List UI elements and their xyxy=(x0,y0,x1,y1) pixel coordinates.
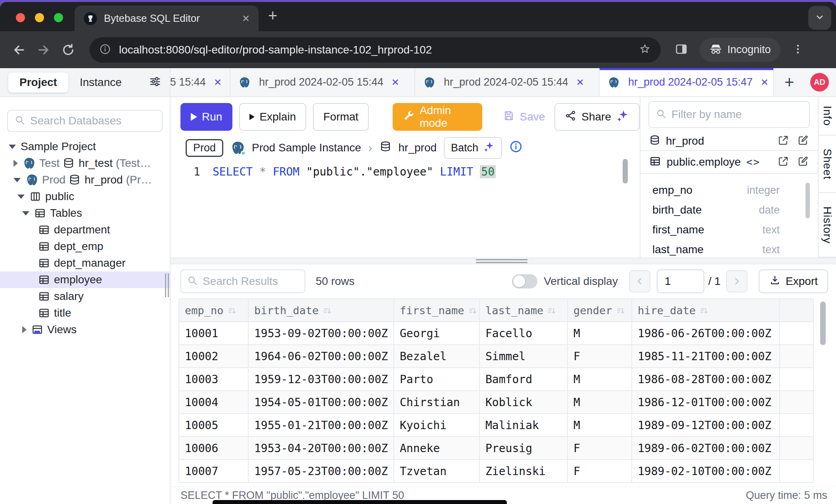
search-databases-input[interactable]: Search Databases xyxy=(7,110,163,132)
table-cell[interactable]: 10002 xyxy=(179,345,248,368)
batch-button[interactable]: Batch xyxy=(444,137,502,159)
table-cell[interactable]: 10004 xyxy=(179,391,248,414)
table-cell[interactable]: Bamford xyxy=(479,368,568,391)
table-cell[interactable]: 10006 xyxy=(179,437,248,460)
table-cell[interactable]: M xyxy=(568,322,632,345)
side-tab-info[interactable]: Info xyxy=(819,97,836,136)
close-tab-icon[interactable]: ✕ xyxy=(214,77,222,88)
table-cell[interactable]: M xyxy=(568,391,632,414)
results-scrollbar[interactable] xyxy=(820,302,826,345)
expander-down-icon[interactable] xyxy=(17,195,25,199)
site-info-icon[interactable] xyxy=(99,43,111,57)
table-cell[interactable]: 10005 xyxy=(179,414,248,437)
editor-scrollbar[interactable] xyxy=(623,159,628,183)
editor-tab-2[interactable]: hr_prod 2024-02-05 15:44✕ xyxy=(230,68,415,96)
tab-project[interactable]: Project xyxy=(8,72,69,93)
filter-by-name-input[interactable]: Filter by name xyxy=(648,101,810,128)
table-cell[interactable]: Parto xyxy=(394,368,479,391)
tab-instance[interactable]: Instance xyxy=(69,73,133,92)
column-header-birth_date[interactable]: birth_date xyxy=(248,299,394,322)
table-cell[interactable]: M xyxy=(568,414,632,437)
edit-icon[interactable] xyxy=(797,134,809,148)
database-name[interactable]: hr_prod xyxy=(399,141,437,154)
column-header-last_name[interactable]: last_name xyxy=(479,299,568,322)
tree-item-dept_emp[interactable]: dept_emp xyxy=(0,238,170,255)
table-cell[interactable]: Zielinski xyxy=(479,460,568,483)
table-cell[interactable]: M xyxy=(568,368,632,391)
table-cell[interactable]: 1953-04-20T00:00:00Z xyxy=(248,437,394,460)
table-cell[interactable]: 1954-05-01T00:00:00Z xyxy=(248,391,394,414)
sql-editor[interactable]: 1 SELECT * FROM "public"."employee" LIMI… xyxy=(171,159,640,258)
table-cell[interactable]: 1986-08-28T00:00:00Z xyxy=(632,368,780,391)
table-cell[interactable]: F xyxy=(568,345,632,368)
external-link-icon[interactable] xyxy=(777,155,789,169)
tab-search-button[interactable] xyxy=(808,6,831,30)
vertical-display-toggle[interactable] xyxy=(512,274,537,288)
table-cell[interactable]: Anneke xyxy=(394,437,479,460)
column-header-gender[interactable]: gender xyxy=(568,299,632,322)
expander-down-icon[interactable] xyxy=(22,211,29,216)
tree-item-Tables[interactable]: Tables xyxy=(0,205,170,221)
table-cell[interactable]: Georgi xyxy=(394,322,479,345)
search-results-input[interactable]: Search Results xyxy=(180,269,305,293)
expander-down-icon[interactable] xyxy=(9,145,16,149)
panel-database-row[interactable]: hr_prod xyxy=(640,132,818,151)
table-cell[interactable]: Facello xyxy=(479,322,568,345)
add-sheet-icon[interactable]: + xyxy=(784,73,794,92)
reload-icon[interactable] xyxy=(59,43,77,57)
minimize-window-button[interactable] xyxy=(35,13,44,22)
back-icon[interactable] xyxy=(10,42,28,57)
table-cell[interactable]: Chirstian xyxy=(394,391,479,414)
table-cell[interactable]: Koblick xyxy=(479,391,568,414)
side-tab-sheet[interactable]: Sheet xyxy=(819,136,836,193)
table-cell[interactable]: Tzvetan xyxy=(394,460,479,483)
expander-right-icon[interactable] xyxy=(22,326,27,333)
sidebar-resize-handle[interactable] xyxy=(165,273,169,297)
share-button[interactable]: Share xyxy=(554,103,640,131)
bookmark-star-icon[interactable] xyxy=(639,43,651,57)
table-cell[interactable]: 1989-09-12T00:00:00Z xyxy=(632,414,780,437)
close-tab-icon[interactable]: ✕ xyxy=(576,77,584,88)
editor-tab-1[interactable]: 5 15:44✕ xyxy=(171,68,230,96)
avatar[interactable]: AD xyxy=(810,73,829,92)
panel-scrollbar[interactable] xyxy=(805,183,810,218)
filter-settings-icon[interactable] xyxy=(148,75,162,90)
table-cell[interactable]: Kyoichi xyxy=(394,414,479,437)
table-cell[interactable]: 10007 xyxy=(179,460,248,483)
editor-tab-4[interactable]: hr_prod 2024-02-05 15:47✕ xyxy=(600,68,774,96)
table-cell[interactable]: 1955-01-21T00:00:00Z xyxy=(248,414,394,437)
tree-item-Sample Project[interactable]: Sample Project xyxy=(0,138,170,155)
browser-tab[interactable]: Bytebase SQL Editor ✕ xyxy=(75,6,259,31)
column-header-first_name[interactable]: first_name xyxy=(394,299,479,322)
tree-item-hr_test[interactable]: Testhr_test(Test… xyxy=(0,155,170,172)
table-cell[interactable]: 10001 xyxy=(179,322,248,345)
table-cell[interactable]: 1989-06-02T00:00:00Z xyxy=(632,437,780,460)
panel-table-row[interactable]: public.employe <> xyxy=(640,151,818,174)
page-number-input[interactable] xyxy=(657,269,704,293)
maximize-window-button[interactable] xyxy=(54,13,63,22)
table-cell[interactable]: 1985-11-21T00:00:00Z xyxy=(632,345,780,368)
table-cell[interactable]: 1953-09-02T00:00:00Z xyxy=(248,322,394,345)
table-cell[interactable]: F xyxy=(568,460,632,483)
table-cell[interactable]: Preusig xyxy=(479,437,568,460)
column-header-hire_date[interactable]: hire_date xyxy=(632,299,780,322)
info-icon[interactable] xyxy=(509,140,523,156)
column-item-emp_no[interactable]: emp_nointeger xyxy=(640,180,818,200)
table-cell[interactable]: 1989-02-10T00:00:00Z xyxy=(632,460,780,483)
tree-item-dept_manager[interactable]: dept_manager xyxy=(0,255,170,271)
export-button[interactable]: Export xyxy=(759,269,828,293)
table-cell[interactable]: 1964-06-02T00:00:00Z xyxy=(248,345,394,368)
prev-page-button[interactable] xyxy=(629,270,650,292)
browser-tab-close-icon[interactable]: ✕ xyxy=(242,13,250,24)
edit-icon[interactable] xyxy=(797,155,809,169)
table-cell[interactable]: Maliniak xyxy=(479,414,568,437)
side-tab-history[interactable]: History xyxy=(819,193,836,258)
editor-tab-3[interactable]: hr_prod 2024-02-05 15:44✕ xyxy=(415,68,600,96)
horizontal-splitter[interactable] xyxy=(171,258,836,264)
explain-button[interactable]: Explain xyxy=(239,103,306,131)
tree-item-salary[interactable]: salary xyxy=(0,288,170,305)
code-icon[interactable]: <> xyxy=(746,156,760,168)
table-cell[interactable]: Simmel xyxy=(479,345,568,368)
table-cell[interactable]: 10003 xyxy=(179,368,248,391)
admin-mode-button[interactable]: Admin mode xyxy=(393,103,483,131)
